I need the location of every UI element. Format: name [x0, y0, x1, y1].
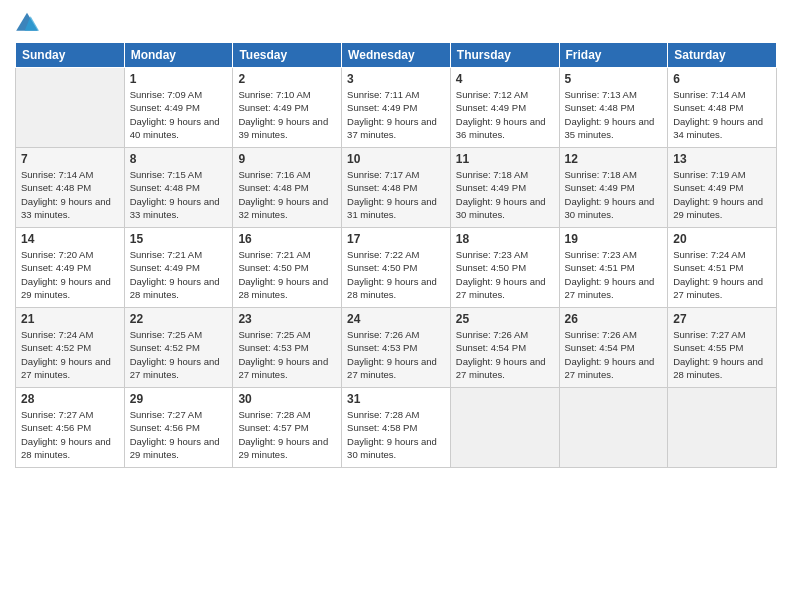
- calendar-day: 23 Sunrise: 7:25 AM Sunset: 4:53 PM Dayl…: [233, 308, 342, 388]
- calendar-day: 3 Sunrise: 7:11 AM Sunset: 4:49 PM Dayli…: [342, 68, 451, 148]
- calendar-day: 10 Sunrise: 7:17 AM Sunset: 4:48 PM Dayl…: [342, 148, 451, 228]
- calendar-day: [450, 388, 559, 468]
- calendar-day: 12 Sunrise: 7:18 AM Sunset: 4:49 PM Dayl…: [559, 148, 668, 228]
- day-number: 23: [238, 312, 336, 326]
- calendar-day: 8 Sunrise: 7:15 AM Sunset: 4:48 PM Dayli…: [124, 148, 233, 228]
- day-number: 1: [130, 72, 228, 86]
- day-number: 24: [347, 312, 445, 326]
- calendar-day: 5 Sunrise: 7:13 AM Sunset: 4:48 PM Dayli…: [559, 68, 668, 148]
- day-info: Sunrise: 7:12 AM Sunset: 4:49 PM Dayligh…: [456, 88, 554, 141]
- logo-icon: [15, 10, 39, 34]
- day-number: 6: [673, 72, 771, 86]
- weekday-header: Friday: [559, 43, 668, 68]
- day-number: 5: [565, 72, 663, 86]
- calendar-day: 27 Sunrise: 7:27 AM Sunset: 4:55 PM Dayl…: [668, 308, 777, 388]
- day-number: 21: [21, 312, 119, 326]
- day-info: Sunrise: 7:13 AM Sunset: 4:48 PM Dayligh…: [565, 88, 663, 141]
- calendar-day: 20 Sunrise: 7:24 AM Sunset: 4:51 PM Dayl…: [668, 228, 777, 308]
- day-info: Sunrise: 7:09 AM Sunset: 4:49 PM Dayligh…: [130, 88, 228, 141]
- calendar-day: 11 Sunrise: 7:18 AM Sunset: 4:49 PM Dayl…: [450, 148, 559, 228]
- calendar-week: 21 Sunrise: 7:24 AM Sunset: 4:52 PM Dayl…: [16, 308, 777, 388]
- day-info: Sunrise: 7:11 AM Sunset: 4:49 PM Dayligh…: [347, 88, 445, 141]
- calendar-day: 2 Sunrise: 7:10 AM Sunset: 4:49 PM Dayli…: [233, 68, 342, 148]
- calendar-day: 28 Sunrise: 7:27 AM Sunset: 4:56 PM Dayl…: [16, 388, 125, 468]
- weekday-header: Wednesday: [342, 43, 451, 68]
- weekday-header: Sunday: [16, 43, 125, 68]
- calendar-week: 7 Sunrise: 7:14 AM Sunset: 4:48 PM Dayli…: [16, 148, 777, 228]
- weekday-header: Monday: [124, 43, 233, 68]
- day-info: Sunrise: 7:18 AM Sunset: 4:49 PM Dayligh…: [565, 168, 663, 221]
- day-number: 16: [238, 232, 336, 246]
- day-number: 12: [565, 152, 663, 166]
- day-info: Sunrise: 7:21 AM Sunset: 4:50 PM Dayligh…: [238, 248, 336, 301]
- day-number: 25: [456, 312, 554, 326]
- calendar-week: 1 Sunrise: 7:09 AM Sunset: 4:49 PM Dayli…: [16, 68, 777, 148]
- day-number: 28: [21, 392, 119, 406]
- calendar-day: 15 Sunrise: 7:21 AM Sunset: 4:49 PM Dayl…: [124, 228, 233, 308]
- header-row: SundayMondayTuesdayWednesdayThursdayFrid…: [16, 43, 777, 68]
- day-number: 31: [347, 392, 445, 406]
- day-number: 11: [456, 152, 554, 166]
- day-number: 20: [673, 232, 771, 246]
- weekday-header: Thursday: [450, 43, 559, 68]
- day-info: Sunrise: 7:24 AM Sunset: 4:52 PM Dayligh…: [21, 328, 119, 381]
- logo: [15, 10, 43, 34]
- day-number: 17: [347, 232, 445, 246]
- calendar-day: 19 Sunrise: 7:23 AM Sunset: 4:51 PM Dayl…: [559, 228, 668, 308]
- calendar-day: 7 Sunrise: 7:14 AM Sunset: 4:48 PM Dayli…: [16, 148, 125, 228]
- day-info: Sunrise: 7:28 AM Sunset: 4:57 PM Dayligh…: [238, 408, 336, 461]
- calendar-day: 18 Sunrise: 7:23 AM Sunset: 4:50 PM Dayl…: [450, 228, 559, 308]
- day-info: Sunrise: 7:21 AM Sunset: 4:49 PM Dayligh…: [130, 248, 228, 301]
- weekday-header: Tuesday: [233, 43, 342, 68]
- day-info: Sunrise: 7:16 AM Sunset: 4:48 PM Dayligh…: [238, 168, 336, 221]
- calendar-day: 6 Sunrise: 7:14 AM Sunset: 4:48 PM Dayli…: [668, 68, 777, 148]
- calendar-day: 14 Sunrise: 7:20 AM Sunset: 4:49 PM Dayl…: [16, 228, 125, 308]
- calendar-day: [16, 68, 125, 148]
- day-info: Sunrise: 7:23 AM Sunset: 4:51 PM Dayligh…: [565, 248, 663, 301]
- calendar-day: 30 Sunrise: 7:28 AM Sunset: 4:57 PM Dayl…: [233, 388, 342, 468]
- day-number: 3: [347, 72, 445, 86]
- weekday-header: Saturday: [668, 43, 777, 68]
- header: [15, 10, 777, 34]
- calendar-day: 22 Sunrise: 7:25 AM Sunset: 4:52 PM Dayl…: [124, 308, 233, 388]
- day-info: Sunrise: 7:17 AM Sunset: 4:48 PM Dayligh…: [347, 168, 445, 221]
- calendar-day: 9 Sunrise: 7:16 AM Sunset: 4:48 PM Dayli…: [233, 148, 342, 228]
- calendar-day: 29 Sunrise: 7:27 AM Sunset: 4:56 PM Dayl…: [124, 388, 233, 468]
- day-info: Sunrise: 7:18 AM Sunset: 4:49 PM Dayligh…: [456, 168, 554, 221]
- day-number: 15: [130, 232, 228, 246]
- calendar-day: 24 Sunrise: 7:26 AM Sunset: 4:53 PM Dayl…: [342, 308, 451, 388]
- calendar-day: 4 Sunrise: 7:12 AM Sunset: 4:49 PM Dayli…: [450, 68, 559, 148]
- page: SundayMondayTuesdayWednesdayThursdayFrid…: [0, 0, 792, 612]
- day-info: Sunrise: 7:25 AM Sunset: 4:53 PM Dayligh…: [238, 328, 336, 381]
- day-number: 10: [347, 152, 445, 166]
- calendar-week: 28 Sunrise: 7:27 AM Sunset: 4:56 PM Dayl…: [16, 388, 777, 468]
- day-number: 19: [565, 232, 663, 246]
- day-info: Sunrise: 7:27 AM Sunset: 4:55 PM Dayligh…: [673, 328, 771, 381]
- calendar-week: 14 Sunrise: 7:20 AM Sunset: 4:49 PM Dayl…: [16, 228, 777, 308]
- day-info: Sunrise: 7:23 AM Sunset: 4:50 PM Dayligh…: [456, 248, 554, 301]
- day-number: 30: [238, 392, 336, 406]
- calendar-day: 16 Sunrise: 7:21 AM Sunset: 4:50 PM Dayl…: [233, 228, 342, 308]
- calendar-day: [668, 388, 777, 468]
- day-info: Sunrise: 7:26 AM Sunset: 4:53 PM Dayligh…: [347, 328, 445, 381]
- day-info: Sunrise: 7:25 AM Sunset: 4:52 PM Dayligh…: [130, 328, 228, 381]
- day-info: Sunrise: 7:27 AM Sunset: 4:56 PM Dayligh…: [21, 408, 119, 461]
- day-number: 7: [21, 152, 119, 166]
- day-info: Sunrise: 7:15 AM Sunset: 4:48 PM Dayligh…: [130, 168, 228, 221]
- calendar-day: 1 Sunrise: 7:09 AM Sunset: 4:49 PM Dayli…: [124, 68, 233, 148]
- day-info: Sunrise: 7:27 AM Sunset: 4:56 PM Dayligh…: [130, 408, 228, 461]
- calendar-day: 21 Sunrise: 7:24 AM Sunset: 4:52 PM Dayl…: [16, 308, 125, 388]
- day-number: 13: [673, 152, 771, 166]
- day-info: Sunrise: 7:19 AM Sunset: 4:49 PM Dayligh…: [673, 168, 771, 221]
- calendar-table: SundayMondayTuesdayWednesdayThursdayFrid…: [15, 42, 777, 468]
- calendar-day: 26 Sunrise: 7:26 AM Sunset: 4:54 PM Dayl…: [559, 308, 668, 388]
- day-info: Sunrise: 7:10 AM Sunset: 4:49 PM Dayligh…: [238, 88, 336, 141]
- day-number: 14: [21, 232, 119, 246]
- day-info: Sunrise: 7:24 AM Sunset: 4:51 PM Dayligh…: [673, 248, 771, 301]
- day-number: 9: [238, 152, 336, 166]
- day-info: Sunrise: 7:14 AM Sunset: 4:48 PM Dayligh…: [673, 88, 771, 141]
- day-info: Sunrise: 7:26 AM Sunset: 4:54 PM Dayligh…: [456, 328, 554, 381]
- day-info: Sunrise: 7:22 AM Sunset: 4:50 PM Dayligh…: [347, 248, 445, 301]
- day-info: Sunrise: 7:20 AM Sunset: 4:49 PM Dayligh…: [21, 248, 119, 301]
- day-number: 8: [130, 152, 228, 166]
